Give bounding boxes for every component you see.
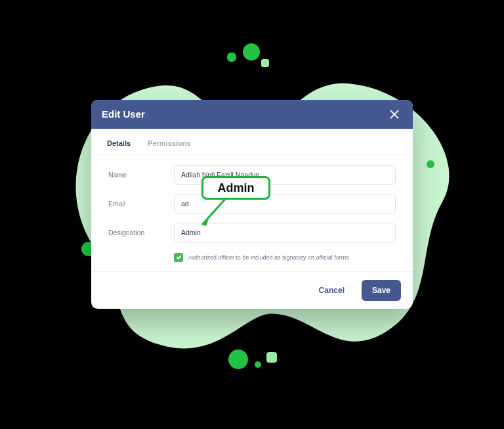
decorative-square bbox=[261, 59, 269, 67]
close-icon bbox=[389, 109, 400, 120]
email-label: Email bbox=[108, 200, 174, 208]
decorative-dot bbox=[243, 43, 260, 60]
cancel-button[interactable]: Cancel bbox=[308, 280, 355, 301]
designation-label: Designation bbox=[108, 229, 174, 237]
designation-input[interactable] bbox=[174, 223, 396, 242]
form-row-name: Name bbox=[108, 165, 396, 185]
form-body: Name Email Designation Authorized office… bbox=[91, 154, 413, 271]
name-label: Name bbox=[108, 171, 174, 179]
tab-details[interactable]: Details bbox=[106, 135, 132, 154]
modal-footer: Cancel Save bbox=[91, 271, 413, 309]
decorative-dot bbox=[427, 160, 434, 168]
form-row-designation: Designation bbox=[108, 223, 396, 242]
form-row-email: Email bbox=[108, 194, 396, 214]
decorative-square bbox=[266, 352, 277, 363]
modal-header: Edit User bbox=[91, 100, 413, 129]
decorative-dot bbox=[255, 361, 261, 368]
authorized-officer-row: Authorized officer to be included as sig… bbox=[174, 252, 396, 266]
tab-bar: Details Permissions bbox=[91, 129, 413, 154]
modal-title: Edit User bbox=[102, 108, 145, 120]
authorized-officer-label: Authorized officer to be included as sig… bbox=[188, 254, 349, 261]
save-button[interactable]: Save bbox=[362, 280, 401, 301]
check-icon bbox=[176, 254, 182, 260]
name-input[interactable] bbox=[174, 165, 396, 185]
email-input[interactable] bbox=[174, 194, 396, 214]
edit-user-modal: Edit User Details Permissions Name Email… bbox=[91, 100, 413, 309]
authorized-officer-checkbox[interactable] bbox=[174, 253, 183, 262]
close-button[interactable] bbox=[387, 106, 402, 122]
tab-permissions[interactable]: Permissions bbox=[146, 135, 192, 154]
decorative-dot bbox=[228, 350, 248, 369]
decorative-square bbox=[227, 53, 237, 62]
